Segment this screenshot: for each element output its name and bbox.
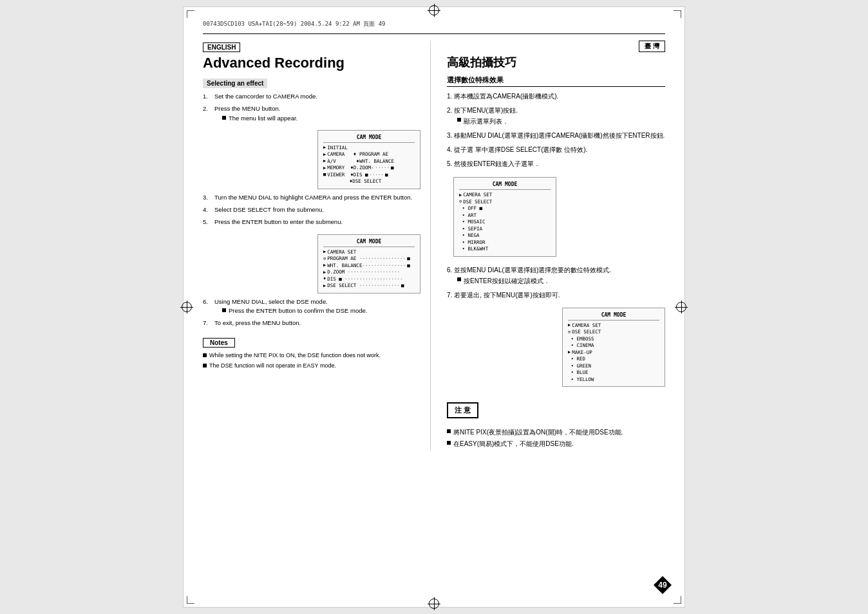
menu-diagram-2: CAM MODE ▶CAMERA SET ⊙PROGRAM AE ·······… <box>317 234 420 293</box>
zh-step-4: 4. 從子選 單中選擇DSE SELECT(選擇數 位特效). <box>447 144 665 155</box>
step-6: 6. Using MENU DIAL, select the DSE mode.… <box>203 297 420 316</box>
corner-mark-tr <box>674 10 681 18</box>
menu-1-item-1: ▶INITIAL <box>323 145 415 152</box>
notes-box: Notes <box>203 338 235 348</box>
menu-3-item-1: • OFF ■ <box>459 205 551 212</box>
zh-step-7: 7. 若要退出, 按下MENU(選單)按鈕即可. <box>447 290 665 301</box>
menu-4-item-5: • GREEN <box>568 363 659 370</box>
menu-4-item-2: • CINEMA <box>568 342 659 349</box>
menu-3-item-2: • ART <box>459 212 551 219</box>
zh-note-1: 將NITE PIX(夜景拍攝)設置為ON(開)時，不能使用DSE功能. <box>447 427 665 437</box>
step-num-6: 6. <box>203 297 212 316</box>
menu-1-item-6: ♦DSE SELECT <box>323 178 415 185</box>
menu-diagram-4-container: CAM MODE ▶CAMERA SET ⊙DSE SELECT • EMBOS… <box>447 304 665 391</box>
menu-3-camera-set: ▶CAMERA SET <box>459 192 551 199</box>
zh-step-2: 2. 按下MENU(選單)按鈕. 顯示選單列表． <box>447 105 665 127</box>
sub-heading-english: Selecting an effect <box>203 79 267 88</box>
menu-diagrams-right: CAM MODE ▶CAMERA SET ⊙DSE SELECT • OFF ■… <box>447 173 665 261</box>
menu-4-item-4: • RED <box>568 356 659 363</box>
step-7: 7. To exit, press the MENU button. <box>203 319 420 328</box>
zh-bullet-6 <box>457 277 461 281</box>
menu-2-item-2: ⊙PROGRAM AE ················■ <box>323 256 415 263</box>
reg-mark-bottom <box>428 597 440 610</box>
zh-step-text-4: 從子選 單中選擇DSE SELECT(選擇數 位特效). <box>454 146 587 153</box>
menu-diagram-4: CAM MODE ▶CAMERA SET ⊙DSE SELECT • EMBOS… <box>562 308 665 387</box>
zh-step-num-2: 2. <box>447 107 454 114</box>
step-num-3: 3. <box>203 193 212 202</box>
step-content-1: Set the camcorder to CAMERA mode. <box>214 92 420 101</box>
zh-step-num-4: 4. <box>447 146 454 153</box>
menu-2-title: CAM MODE <box>323 238 415 247</box>
zh-step-6: 6. 並按MENU DIAL(選單選擇鈕)選擇您要的數位特效模式. 按ENTER… <box>447 265 665 286</box>
zh-step-text-5: 然後按ENTER鈕進入子選單． <box>454 160 540 167</box>
menu-4-dse-select: ⊙DSE SELECT <box>568 329 659 336</box>
zh-step-1: 1. 將本機設置為CAMERA(攝影機模式). <box>447 91 665 102</box>
menu-3-item-7: • BLK&WHT <box>459 246 551 253</box>
step-num-4: 4. <box>203 205 212 214</box>
step-num-2: 2. <box>203 104 212 123</box>
zh-note-text-1: 將NITE PIX(夜景拍攝)設置為ON(開)時，不能使用DSE功能. <box>453 427 623 437</box>
section-title-zh: 高級拍攝技巧 <box>447 55 665 70</box>
zh-step-text-3: 移動MENU DIAL(選單選擇鈕)選擇CAMERA(攝影機)然後按下ENTER… <box>454 132 665 139</box>
step-content-7: To exit, press the MENU button. <box>214 319 420 328</box>
zh-steps: 1. 將本機設置為CAMERA(攝影機模式). 2. 按下MENU(選單)按鈕.… <box>447 91 665 169</box>
step-4: 4. Select DSE SELECT from the submenu. <box>203 205 420 214</box>
zh-note-text-2: 在EASY(簡易)模式下，不能使用DSE功能. <box>453 439 574 449</box>
step-content-2: Press the MENU button. The menu list wil… <box>214 104 420 123</box>
corner-mark-bl <box>187 596 194 604</box>
reg-mark-left <box>180 301 193 313</box>
menu-2-item-1: ▶CAMERA SET <box>323 249 415 256</box>
zh-step-6-sub: 按ENTER按鈕以確定該模式． <box>457 275 665 286</box>
zh-steps-6-7: 6. 並按MENU DIAL(選單選擇鈕)選擇您要的數位特效模式. 按ENTER… <box>447 265 665 301</box>
left-column: ENGLISH Advanced Recording Selecting an … <box>203 41 431 451</box>
steps-6: 6. Using MENU DIAL, select the DSE mode.… <box>203 297 420 328</box>
note-text-1: While setting the NITE PIX to ON, the DS… <box>209 351 381 360</box>
menu-diagram-2-container: CAM MODE ▶CAMERA SET ⊙PROGRAM AE ·······… <box>203 230 420 297</box>
menu-2-item-5: ♦DIS ■ ···················· <box>323 276 415 283</box>
page-container: 00743DSCD103 USA+TAI(28~59) 2004.5.24 9:… <box>0 0 868 614</box>
menu-4-item-6: • BLUE <box>568 369 659 377</box>
reg-mark-top <box>428 4 440 17</box>
note-bullet-1 <box>203 353 207 357</box>
menu-diagram-3: CAM MODE ▶CAMERA SET ⊙DSE SELECT • OFF ■… <box>453 177 556 257</box>
corner-mark-tl <box>187 10 194 18</box>
menu-2-item-4: ▶D.ZOOM ·················· <box>323 269 415 276</box>
zh-step-text-7: 若要退出, 按下MENU(選單)按鈕即可. <box>454 292 560 299</box>
page-number: 49 <box>654 576 672 594</box>
steps-3-4: 3. Turn the MENU DIAL to highlight CAMER… <box>203 193 420 227</box>
step-5: 5. Press the ENTER button to enter the s… <box>203 218 420 227</box>
note-2: The DSE function will not operate in EAS… <box>203 362 420 371</box>
zh-step-num-5: 5. <box>447 160 454 167</box>
zh-step-num-3: 3. <box>447 132 454 139</box>
zh-bullet-2 <box>457 118 461 122</box>
zh-step-2-sub: 顯示選單列表． <box>457 116 665 127</box>
menu-3-item-5: • NEGA <box>459 232 551 239</box>
note-text-2: The DSE function will not operate in EAS… <box>209 362 336 371</box>
zh-note-bullet-1 <box>447 429 451 433</box>
zh-step-text-1: 將本機設置為CAMERA(攝影機模式). <box>454 93 558 100</box>
zh-note-box-container: 注 意 <box>447 397 665 423</box>
bullet-2 <box>222 116 226 120</box>
menu-4-item-3: ▶MAKE-UP <box>568 349 659 357</box>
menu-2-item-3: ▶WHT. BALANCE···············■ <box>323 263 415 270</box>
menu-1-item-5: ■VIEWER ♦DIS ■·····■ <box>323 172 415 179</box>
menu-diagram-1: CAM MODE ▶INITIAL ▶CAMERA ♦ PROGRAM AE ▶… <box>317 130 420 189</box>
menu-3-item-6: • MIRROR <box>459 239 551 247</box>
menu-1-item-2: ▶CAMERA ♦ PROGRAM AE <box>323 151 415 158</box>
menu-4-title: CAM MODE <box>568 312 659 321</box>
menu-3-title: CAM MODE <box>459 181 551 190</box>
section-title-english: Advanced Recording <box>203 55 420 71</box>
right-column: 臺 灣 高級拍攝技巧 選擇數位特殊效果 1. 將本機設置為CAMERA(攝影機模… <box>437 41 665 451</box>
menu-1-title: CAM MODE <box>323 134 415 143</box>
zh-step-text-2: 按下MENU(選單)按鈕. <box>454 107 518 114</box>
step-num-5: 5. <box>203 218 212 227</box>
notes-content: While setting the NITE PIX to ON, the DS… <box>203 351 420 371</box>
note-1: While setting the NITE PIX to ON, the DS… <box>203 351 420 360</box>
zh-note-box: 注 意 <box>447 402 478 418</box>
reg-mark-right <box>675 301 688 313</box>
step-num-1: 1. <box>203 92 212 101</box>
zh-notes-content: 將NITE PIX(夜景拍攝)設置為ON(開)時，不能使用DSE功能. 在EAS… <box>447 427 665 449</box>
zh-note-2: 在EASY(簡易)模式下，不能使用DSE功能. <box>447 439 665 449</box>
sub-heading-zh: 選擇數位特殊效果 <box>447 75 665 87</box>
note-bullet-2 <box>203 364 207 367</box>
